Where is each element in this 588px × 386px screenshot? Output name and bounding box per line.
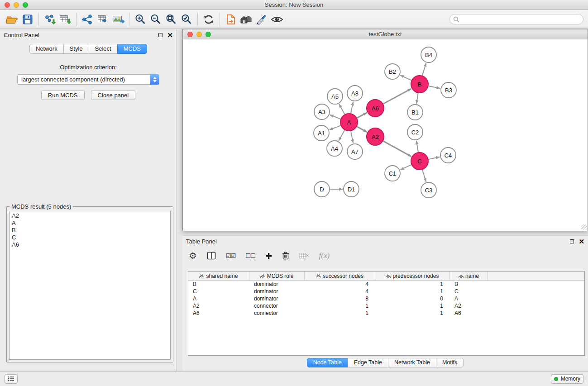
gear-icon: ⚙ — [189, 251, 197, 261]
memory-button[interactable]: Memory — [551, 374, 583, 384]
export-table-button[interactable] — [95, 12, 110, 27]
graph-edge-C-C2[interactable] — [416, 141, 418, 152]
mcds-result-item[interactable]: A — [10, 219, 170, 227]
graph-edge-B-B3[interactable] — [429, 86, 440, 88]
zoom-in-button[interactable] — [133, 12, 148, 27]
graph-node-label: A — [347, 119, 351, 126]
network-close-button[interactable] — [187, 32, 193, 37]
graph-edge-C-C3[interactable] — [422, 170, 426, 182]
table-close-button[interactable]: ✕ — [578, 239, 584, 243]
search-input[interactable] — [462, 15, 583, 24]
graph-edge-A-A6[interactable] — [357, 113, 367, 118]
apply-style-button[interactable] — [254, 12, 269, 27]
select-all-columns-button[interactable]: ☑☑ — [226, 250, 235, 262]
resize-grip[interactable] — [581, 224, 587, 230]
column-header-predecessor-nodes[interactable]: predecessor nodes — [375, 272, 450, 280]
delete-column-button[interactable] — [282, 250, 289, 262]
plus-icon — [265, 253, 272, 259]
table-panel-title: Table Panel — [186, 238, 217, 245]
open-session-button[interactable] — [5, 12, 20, 27]
table-float-button[interactable] — [570, 239, 574, 243]
tab-node-table[interactable]: Node Table — [307, 358, 348, 367]
tab-motifs[interactable]: Motifs — [436, 358, 464, 367]
graph-edge-A6-B[interactable] — [383, 89, 411, 104]
graph-edge-A-A1[interactable] — [330, 125, 341, 130]
graph-edge-A-A2[interactable] — [357, 127, 367, 132]
minimize-window-button[interactable] — [14, 2, 19, 8]
close-panel-button-2[interactable]: Close panel — [91, 90, 136, 100]
graph-edge-A-A7[interactable] — [351, 131, 353, 143]
show-columns-button[interactable] — [207, 250, 216, 262]
network-overview-button[interactable] — [239, 12, 254, 27]
import-table-button[interactable] — [57, 12, 73, 27]
graph-edge-A-A8[interactable] — [351, 102, 353, 114]
network-zoom-button[interactable] — [206, 32, 211, 37]
table-row[interactable]: Cdominator41C — [188, 288, 584, 295]
mcds-result-item[interactable]: A2 — [10, 212, 170, 219]
network-minimize-button[interactable] — [196, 32, 202, 37]
mcds-result-item[interactable]: A6 — [10, 241, 170, 248]
tab-network[interactable]: Network — [29, 44, 64, 54]
refresh-icon — [203, 14, 215, 25]
graph-edge-A2-C[interactable] — [383, 141, 411, 157]
window-titlebar: Session: New Session — [0, 0, 588, 10]
table-cell: 1 — [305, 310, 375, 316]
zoom-out-button[interactable] — [148, 12, 163, 27]
network-view-window: testGlobe.txt B4B2BB3A5A8A6B1A3AC2A1A2A4… — [182, 29, 588, 231]
table-row[interactable]: A6connector11A6 — [188, 310, 584, 317]
app-window: { "window": { "title": "Session: New Ses… — [0, 0, 588, 386]
graph-edge-A-A4[interactable] — [339, 130, 344, 141]
column-header-MCDS-role[interactable]: MCDS role — [249, 272, 305, 280]
tab-select[interactable]: Select — [89, 44, 118, 54]
close-window-button[interactable] — [5, 2, 10, 8]
optimization-dropdown[interactable]: largest connected component (directed) — [17, 74, 159, 85]
tab-edge-table[interactable]: Edge Table — [348, 358, 388, 367]
graph-edge-B-B1[interactable] — [416, 93, 418, 104]
table-settings-button[interactable]: ⚙ — [189, 250, 197, 262]
tab-network-table[interactable]: Network Table — [388, 358, 436, 367]
deselect-all-columns-button[interactable]: ☐☐ — [245, 250, 255, 262]
open-folder-icon — [6, 14, 19, 25]
graph-edge-B-B2[interactable] — [400, 75, 411, 81]
import-table-icon — [59, 14, 72, 25]
add-column-button[interactable] — [265, 250, 272, 262]
network-canvas[interactable]: B4B2BB3A5A8A6B1A3AC2A1A2A4A7C4CC1C3DD1 — [183, 39, 588, 231]
table-cell: B — [188, 281, 249, 287]
table-panel-header: Table Panel ✕ — [182, 236, 588, 247]
column-header-name[interactable]: name — [450, 272, 488, 280]
tab-style[interactable]: Style — [63, 44, 89, 54]
column-header-successor-nodes[interactable]: successor nodes — [305, 272, 375, 280]
network-window-title: testGlobe.txt — [369, 31, 402, 38]
network-from-selection-button[interactable] — [80, 12, 95, 27]
task-history-button[interactable] — [5, 374, 18, 384]
function-builder-button[interactable]: f(x) — [319, 250, 330, 262]
graphics-details-button[interactable] — [269, 12, 285, 27]
export-image-button[interactable] — [110, 12, 126, 27]
graph-edge-C-C4[interactable] — [429, 157, 440, 159]
zoom-selected-button[interactable] — [179, 12, 194, 27]
table-cell: 1 — [375, 288, 450, 295]
graph-node-label: A5 — [331, 93, 339, 100]
column-header-shared-name[interactable]: shared name — [188, 272, 249, 280]
table-row[interactable]: A2connector11A2 — [188, 302, 584, 310]
zoom-window-button[interactable] — [23, 2, 28, 8]
table-row[interactable]: Bdominator41B — [188, 281, 584, 288]
tab-mcds[interactable]: MCDS — [117, 44, 147, 54]
close-panel-button[interactable]: ✕ — [167, 33, 173, 37]
delete-table-button[interactable] — [299, 250, 309, 262]
run-mcds-button[interactable]: Run MCDS — [41, 90, 85, 100]
zoom-fit-button[interactable] — [163, 12, 179, 27]
graph-edge-A-A5[interactable] — [339, 104, 344, 114]
save-session-button[interactable] — [20, 12, 35, 27]
mcds-result-item[interactable]: C — [10, 234, 170, 241]
graph-edge-B-B4[interactable] — [422, 63, 426, 76]
float-panel-button[interactable] — [158, 33, 163, 37]
mcds-result-item[interactable]: B — [10, 227, 170, 234]
graph-edge-C-C1[interactable] — [400, 165, 411, 170]
refresh-layout-button[interactable] — [201, 12, 216, 27]
session-doc-button[interactable] — [223, 12, 239, 27]
import-network-button[interactable] — [42, 12, 57, 27]
search-field[interactable] — [449, 14, 583, 24]
table-row[interactable]: Adominator80A — [188, 295, 584, 302]
graph-edge-A-A3[interactable] — [330, 115, 341, 119]
